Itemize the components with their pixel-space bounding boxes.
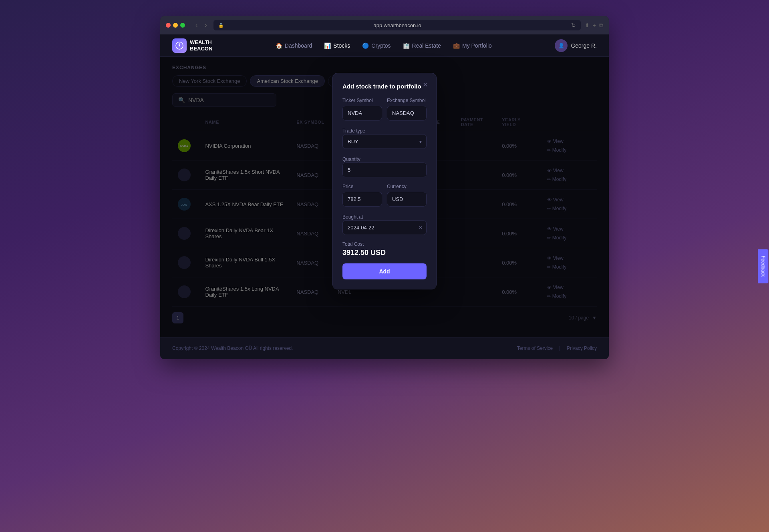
total-cost-label: Total Cost — [342, 241, 427, 247]
currency-label: Currency — [387, 184, 427, 189]
modal-close-button[interactable]: ✕ — [420, 80, 430, 89]
browser-minimize-dot[interactable] — [173, 23, 178, 28]
add-trade-button[interactable]: Add — [342, 263, 427, 279]
refresh-icon[interactable]: ↻ — [571, 22, 576, 28]
bought-at-input[interactable] — [342, 220, 427, 235]
svg-point-2 — [179, 45, 180, 46]
share-icon[interactable]: ⬆ — [585, 22, 590, 29]
modal-title: Add stock trade to portfolio — [342, 83, 427, 90]
user-menu[interactable]: 👤 George R. — [555, 39, 597, 52]
quantity-label: Quantity — [342, 157, 360, 162]
nav-dashboard[interactable]: 🏠 Dashboard — [276, 42, 312, 49]
total-cost-section: Total Cost 3912.50 USD — [342, 241, 427, 257]
date-clear-button[interactable]: ✕ — [419, 225, 423, 231]
footer-links: Terms of Service | Privacy Policy — [517, 345, 597, 351]
exchange-symbol-label: Exchange Symbol — [387, 98, 427, 103]
nav-cryptos[interactable]: 🔵 Cryptos — [362, 42, 391, 49]
app-logo: WEALTH BEACON — [172, 38, 212, 53]
quantity-group: Quantity — [342, 155, 427, 177]
real-estate-icon: 🏢 — [403, 42, 410, 49]
currency-input[interactable] — [387, 192, 427, 207]
price-label: Price — [342, 184, 382, 189]
total-cost-value: 3912.50 USD — [342, 249, 427, 257]
new-tab-icon[interactable]: + — [593, 22, 596, 29]
ticker-symbol-label: Ticker Symbol — [342, 98, 382, 103]
add-trade-modal: Add stock trade to portfolio ✕ Ticker Sy… — [332, 73, 437, 289]
nav-real-estate[interactable]: 🏢 Real Estate — [403, 42, 441, 49]
browser-close-dot[interactable] — [166, 23, 171, 28]
user-avatar: 👤 — [555, 39, 568, 52]
terms-link[interactable]: Terms of Service — [517, 345, 553, 351]
cryptos-icon: 🔵 — [362, 42, 369, 49]
browser-maximize-dot[interactable] — [180, 23, 185, 28]
privacy-link[interactable]: Privacy Policy — [567, 345, 597, 351]
ticker-exchange-row: Ticker Symbol Exchange Symbol — [342, 98, 427, 120]
portfolio-icon: 💼 — [453, 42, 460, 49]
price-input[interactable] — [342, 192, 382, 207]
bought-at-group: Bought at ✕ — [342, 213, 427, 235]
dashboard-icon: 🏠 — [276, 42, 282, 49]
price-currency-row: Price Currency — [342, 184, 427, 207]
footer: Copyright © 2024 Wealth Beacon OÜ All ri… — [160, 337, 609, 359]
trade-type-label: Trade type — [342, 128, 365, 134]
user-name: George R. — [571, 42, 597, 49]
bought-at-label: Bought at — [342, 214, 363, 220]
nav-links: 🏠 Dashboard 📊 Stocks 🔵 Cryptos 🏢 Real Es… — [276, 42, 492, 49]
nav-stocks[interactable]: 📊 Stocks — [324, 42, 350, 49]
copyright-text: Copyright © 2024 Wealth Beacon OÜ All ri… — [172, 345, 293, 351]
feedback-tab[interactable]: Feedback — [758, 249, 769, 283]
quantity-input[interactable] — [342, 163, 427, 177]
browser-url: app.wealthbeacon.io — [227, 22, 568, 28]
ticker-symbol-input[interactable] — [342, 106, 382, 120]
trade-type-select[interactable]: BUY SELL — [342, 134, 427, 149]
trade-type-group: Trade type BUY SELL ▼ — [342, 127, 427, 149]
stocks-icon: 📊 — [324, 42, 331, 49]
browser-forward-button[interactable]: › — [202, 21, 209, 30]
split-icon[interactable]: ⧉ — [599, 22, 603, 29]
browser-back-button[interactable]: ‹ — [193, 21, 200, 30]
exchange-symbol-input[interactable] — [387, 106, 427, 120]
nav-portfolio[interactable]: 💼 My Portfolio — [453, 42, 492, 49]
modal-overlay: Add stock trade to portfolio ✕ Ticker Sy… — [160, 57, 609, 337]
lock-icon: 🔒 — [218, 23, 224, 28]
